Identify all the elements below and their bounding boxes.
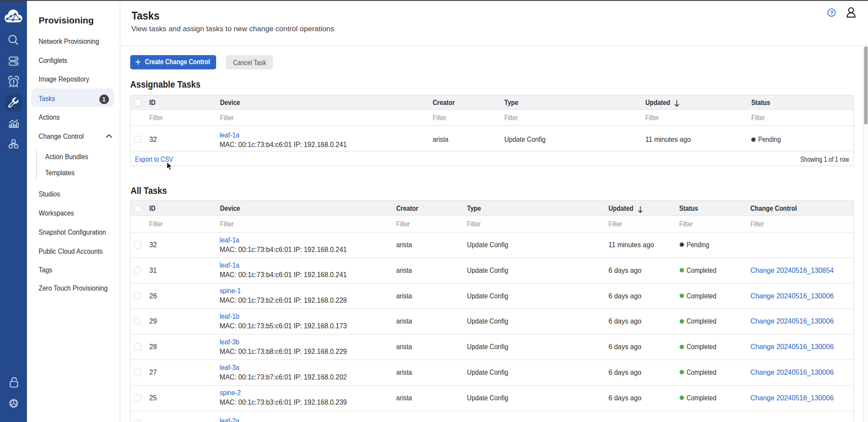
svg-text:?: ? bbox=[830, 10, 833, 16]
